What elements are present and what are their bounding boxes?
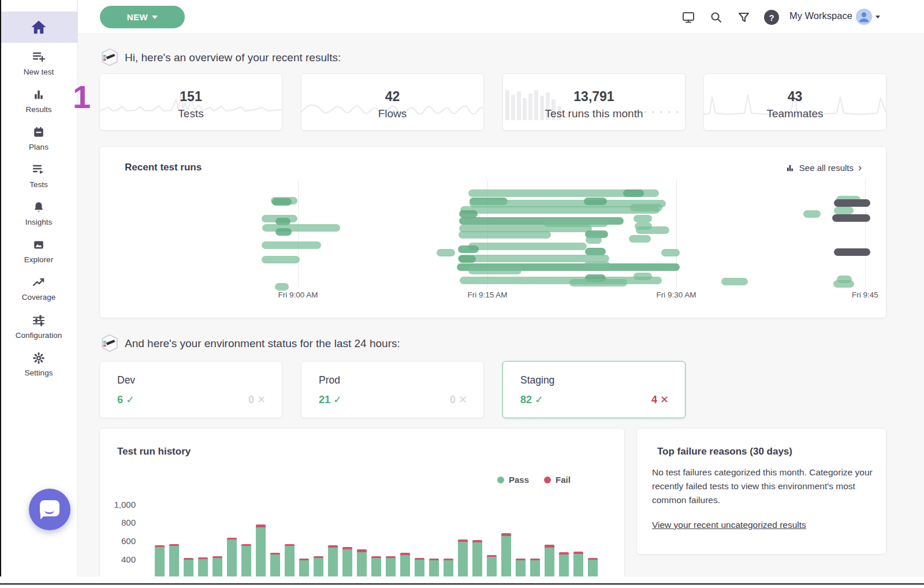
env-pass-count: 82 ✓ — [520, 393, 543, 406]
history-bar — [429, 559, 439, 576]
test-run-bar-passed — [460, 277, 662, 284]
history-bar — [545, 545, 554, 576]
history-bar-pass — [530, 560, 540, 576]
time-label: Fri 9:45 — [830, 291, 886, 299]
history-bar — [184, 558, 193, 576]
sidebar-item-tests[interactable]: Tests — [0, 163, 77, 189]
uncategorized-results-link[interactable]: View your recent uncategorized results — [652, 520, 806, 530]
sidebar: New test Results Plans Tests Insights Ex — [0, 0, 78, 576]
history-bar-pass — [227, 539, 237, 576]
history-bar — [573, 552, 583, 576]
history-bar — [487, 555, 497, 576]
logo-icon — [100, 48, 119, 66]
sidebar-item-home[interactable] — [0, 12, 77, 43]
configuration-icon — [32, 314, 46, 327]
failures-title: Top failure reasons (30 days) — [657, 446, 792, 457]
history-bar — [415, 558, 424, 576]
history-bar — [198, 557, 208, 576]
coverage-icon — [32, 276, 46, 289]
env-fail-count: 0 ✕ — [248, 393, 266, 406]
test-run-history-panel: Test run history Pass Fail 1,000 800 600… — [99, 428, 625, 576]
test-run-bar-passed — [586, 236, 602, 244]
recent-test-runs-panel: Recent test runs See all results › Fri 9… — [99, 146, 886, 318]
workspace-menu[interactable]: My Workspace — [789, 10, 852, 21]
test-run-bar-passed — [458, 245, 479, 253]
stat-card-test-runs[interactable]: 13,791 Test runs this month — [502, 73, 685, 131]
test-run-bar-passed — [458, 255, 609, 262]
test-run-bar-passed — [459, 231, 551, 239]
sidebar-item-configuration[interactable]: Configuration — [0, 314, 77, 340]
monitor-icon[interactable] — [680, 9, 696, 25]
history-bar-pass — [357, 552, 367, 576]
history-bar-pass — [198, 559, 208, 576]
history-bar-pass — [184, 560, 193, 576]
help-icon[interactable]: ? — [763, 9, 780, 25]
history-bar-pass — [169, 546, 179, 576]
env-fail-count: 4 ✕ — [651, 393, 669, 406]
time-label: Fri 9:30 AM — [642, 291, 711, 299]
history-bar-pass — [516, 560, 526, 576]
test-run-bar-passed — [275, 283, 289, 291]
avatar[interactable] — [856, 9, 872, 25]
history-bar-pass — [241, 546, 251, 576]
history-bar — [213, 556, 222, 576]
test-run-bar-passed — [721, 278, 748, 285]
stat-card-tests[interactable]: 151 Tests — [99, 73, 282, 131]
x-icon: ✕ — [660, 394, 669, 405]
time-gridline — [865, 180, 866, 288]
sidebar-item-plans[interactable]: Plans — [0, 126, 77, 151]
env-card-staging[interactable]: Staging 82 ✓ 4 ✕ — [502, 361, 685, 418]
stat-label: Flows — [301, 107, 483, 120]
test-run-bar-passed — [661, 249, 680, 256]
stat-label: Test runs this month — [503, 107, 685, 120]
history-bar — [357, 549, 367, 576]
stat-value: 13,791 — [503, 89, 685, 105]
chat-launcher[interactable] — [29, 489, 70, 530]
test-run-bar-passed — [834, 207, 854, 214]
sidebar-item-explorer[interactable]: Explorer — [0, 239, 77, 264]
history-bar-pass — [314, 558, 323, 576]
test-run-bar-passed — [569, 279, 627, 286]
sidebar-item-insights[interactable]: Insights — [0, 201, 77, 226]
env-pass-count: 21 ✓ — [319, 393, 342, 406]
sidebar-item-settings[interactable]: Settings — [0, 352, 77, 377]
history-bar-pass — [444, 560, 453, 576]
history-bar — [227, 538, 237, 576]
history-bar — [169, 544, 179, 576]
check-icon: ✓ — [126, 394, 135, 405]
settings-icon — [32, 352, 45, 364]
environment-greeting: And here's your environment status for t… — [125, 337, 400, 350]
x-icon: ✕ — [257, 394, 266, 405]
check-icon: ✓ — [333, 394, 342, 405]
test-run-bar-passed — [275, 228, 292, 236]
search-icon[interactable] — [708, 9, 724, 25]
stat-value: 42 — [301, 89, 483, 105]
chevron-down-icon[interactable] — [875, 16, 880, 18]
history-bar — [516, 559, 526, 576]
sidebar-item-new-test[interactable]: New test — [0, 51, 77, 76]
env-card-dev[interactable]: Dev 6 ✓ 0 ✕ — [99, 361, 282, 418]
history-bar — [472, 540, 482, 576]
env-card-prod[interactable]: Prod 21 ✓ 0 ✕ — [301, 361, 484, 418]
sidebar-item-coverage[interactable]: Coverage — [0, 276, 77, 302]
test-run-bar-passed — [468, 267, 521, 274]
history-bar-pass — [429, 560, 439, 576]
filter-icon[interactable] — [736, 9, 752, 25]
test-run-bar-passed — [272, 198, 292, 206]
annotation-mark-1: 1 — [73, 81, 91, 113]
stat-card-flows[interactable]: 42 Flows — [301, 73, 484, 131]
test-run-bar-running — [834, 199, 870, 207]
test-run-bar-running — [832, 214, 870, 222]
history-bar-pass — [256, 527, 266, 576]
tests-icon — [32, 163, 46, 176]
stat-card-teammates[interactable]: 43 Teammates — [703, 73, 886, 131]
history-bar-pass — [270, 554, 280, 576]
sidebar-item-results[interactable]: Results — [0, 88, 77, 114]
history-bar — [155, 545, 165, 576]
env-fail-count: 0 ✕ — [450, 393, 467, 406]
home-icon — [30, 18, 47, 36]
history-bar — [371, 556, 381, 576]
new-button[interactable]: NEW — [100, 6, 185, 28]
history-bar-pass — [386, 558, 396, 576]
history-bar — [386, 556, 396, 576]
